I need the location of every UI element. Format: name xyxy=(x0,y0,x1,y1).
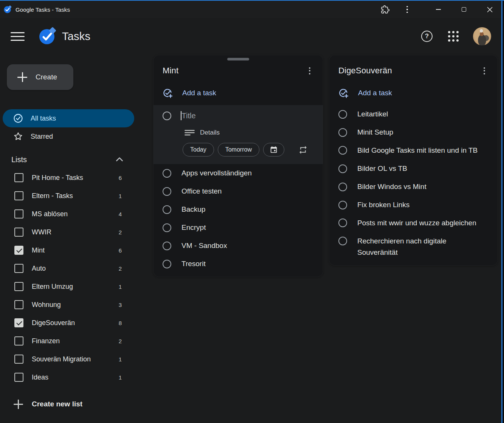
task-complete-toggle[interactable] xyxy=(338,237,347,245)
list-row[interactable]: Eltern Umzug 1 xyxy=(0,277,144,296)
create-new-list-label: Create new list xyxy=(32,400,82,408)
list-row[interactable]: WWIR 2 xyxy=(0,223,144,241)
app-header: Tasks ? xyxy=(0,18,502,54)
task-complete-toggle[interactable] xyxy=(338,183,347,191)
task-title: Bild Google Tasks mit listen und in TB xyxy=(357,145,478,156)
task-row[interactable]: Apps vervollständigen xyxy=(154,164,323,182)
task-title: Leitartikel xyxy=(357,108,388,120)
task-row[interactable]: VM - Sandbox xyxy=(154,237,323,255)
list-row[interactable]: Finanzen 2 xyxy=(0,332,144,350)
due-tomorrow-chip[interactable]: Tomorrow xyxy=(218,143,259,156)
sidebar-item-starred[interactable]: Starred xyxy=(3,127,134,146)
help-button[interactable]: ? xyxy=(419,28,435,45)
extensions-button[interactable] xyxy=(378,1,393,18)
list-checkbox[interactable] xyxy=(14,355,23,364)
card-menu-button[interactable] xyxy=(303,64,316,77)
due-today-chip[interactable]: Today xyxy=(183,143,214,156)
task-complete-toggle[interactable] xyxy=(163,223,171,232)
list-row[interactable]: Souverän Migration 1 xyxy=(0,350,144,368)
list-row[interactable]: MS ablösen 4 xyxy=(0,205,144,223)
minimize-button[interactable] xyxy=(425,1,451,18)
add-task-icon xyxy=(163,88,173,98)
list-row[interactable]: Mint 6 xyxy=(0,241,144,259)
list-row[interactable]: Ideas 1 xyxy=(0,368,144,386)
task-title: Bilder Windos vs Mint xyxy=(357,181,426,192)
card-menu-button[interactable] xyxy=(478,64,491,77)
task-title: Office testen xyxy=(181,186,222,197)
list-checkbox[interactable] xyxy=(14,191,23,200)
maximize-button[interactable] xyxy=(451,1,477,18)
task-complete-toggle[interactable] xyxy=(163,187,171,196)
task-complete-toggle[interactable] xyxy=(338,164,347,173)
task-title: Apps vervollständigen xyxy=(181,167,252,179)
add-task-icon xyxy=(338,88,349,98)
list-checkbox[interactable] xyxy=(14,209,23,218)
list-row[interactable]: DigeSouverän 8 xyxy=(0,314,144,332)
repeat-button[interactable] xyxy=(296,143,309,156)
task-complete-toggle[interactable] xyxy=(338,110,347,119)
list-name: Finanzen xyxy=(32,337,119,345)
list-checkbox[interactable] xyxy=(14,228,23,237)
task-row[interactable]: Bilder Windos vs Mint xyxy=(329,178,498,196)
list-checkbox[interactable] xyxy=(14,318,23,327)
list-row[interactable]: Eltern - Tasks 1 xyxy=(0,187,144,205)
card-drag-handle[interactable] xyxy=(227,58,249,60)
list-checkbox[interactable] xyxy=(14,300,23,309)
list-checkbox[interactable] xyxy=(14,173,23,182)
list-checkbox[interactable] xyxy=(14,373,23,382)
pick-date-chip[interactable] xyxy=(263,143,284,156)
list-count: 1 xyxy=(119,356,122,363)
add-task-button[interactable]: Add a task xyxy=(329,83,498,103)
details-icon xyxy=(185,129,195,137)
task-row[interactable]: Bilder OL vs TB xyxy=(329,160,498,178)
list-checkbox[interactable] xyxy=(14,264,23,273)
task-row[interactable]: Recherchieren nach digitale Souveränität xyxy=(329,232,498,262)
create-new-list-button[interactable]: Create new list xyxy=(0,395,144,413)
window-title: Google Tasks - Tasks xyxy=(16,6,70,13)
all-tasks-label: All tasks xyxy=(31,115,56,122)
google-apps-button[interactable] xyxy=(445,28,462,45)
task-row[interactable]: Posts mit wwir und wuzze abgleichen xyxy=(329,214,498,232)
create-button-label: Create xyxy=(36,73,57,81)
task-complete-toggle[interactable] xyxy=(338,201,347,209)
task-row[interactable]: Bild Google Tasks mit listen und in TB xyxy=(329,141,498,160)
account-avatar[interactable] xyxy=(473,27,491,45)
task-title: Tresorit xyxy=(181,258,206,270)
main-menu-button[interactable] xyxy=(11,28,27,45)
task-complete-toggle[interactable] xyxy=(338,146,347,155)
task-list-card-mint: Mint Add a task Title Details Today xyxy=(153,55,323,277)
collapse-lists-button[interactable] xyxy=(114,154,125,165)
details-button[interactable]: Details xyxy=(185,129,314,137)
task-row[interactable]: Backup xyxy=(154,200,323,218)
create-button[interactable]: Create xyxy=(7,64,73,90)
task-row[interactable]: Encrypt xyxy=(154,218,323,237)
task-list-card-digesouveraen: DigeSouverän Add a task Leitartikel Mini… xyxy=(329,55,498,266)
list-checkbox[interactable] xyxy=(14,336,23,346)
close-button[interactable] xyxy=(477,1,502,18)
task-complete-toggle[interactable] xyxy=(163,260,171,268)
task-title-input[interactable]: Title xyxy=(181,111,196,120)
lists-section-header: Lists xyxy=(0,150,144,169)
list-row[interactable]: Wohnung 3 xyxy=(0,296,144,314)
list-row[interactable]: Pit Home - Tasks 6 xyxy=(0,169,144,187)
list-row[interactable]: Auto 2 xyxy=(0,259,144,277)
list-checkbox[interactable] xyxy=(14,246,23,255)
sidebar-item-all-tasks[interactable]: All tasks xyxy=(3,109,134,127)
task-row[interactable]: Minit Setup xyxy=(329,123,498,141)
list-checkbox[interactable] xyxy=(14,282,23,291)
task-complete-toggle[interactable] xyxy=(163,205,171,214)
task-complete-toggle[interactable] xyxy=(163,242,171,250)
task-row[interactable]: Leitartikel xyxy=(329,105,498,123)
task-row[interactable]: Office testen xyxy=(154,182,323,200)
task-row[interactable]: Fix broken Links xyxy=(329,196,498,214)
task-complete-toggle[interactable] xyxy=(338,128,347,137)
list-name: Mint xyxy=(32,246,119,254)
task-complete-toggle[interactable] xyxy=(338,218,347,227)
kebab-menu-icon xyxy=(484,67,485,74)
starred-label: Starred xyxy=(31,133,53,141)
browser-menu-button[interactable] xyxy=(400,1,415,18)
add-task-button[interactable]: Add a task xyxy=(154,83,323,103)
task-complete-toggle[interactable] xyxy=(163,169,171,178)
task-row[interactable]: Tresorit xyxy=(154,255,323,273)
task-complete-toggle[interactable] xyxy=(163,112,171,120)
